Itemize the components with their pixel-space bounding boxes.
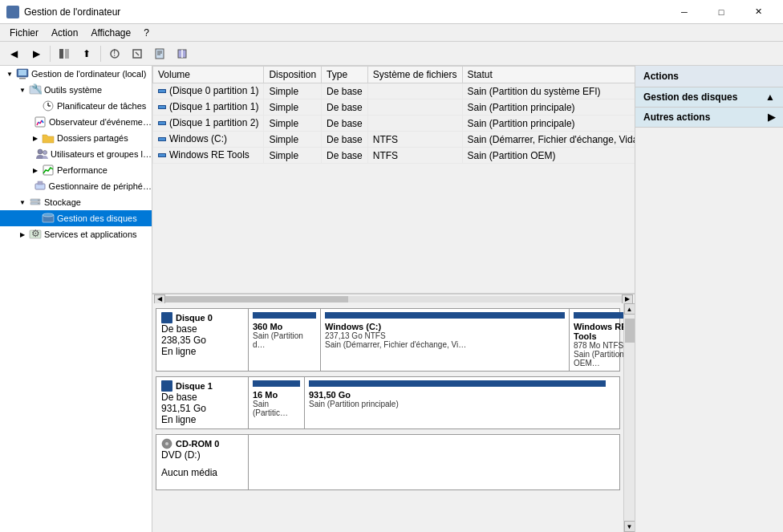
toolbar-btn-3[interactable]: !: [104, 44, 125, 63]
svg-rect-6: [156, 49, 164, 59]
close-button[interactable]: ✕: [740, 0, 777, 24]
partition-name: 16 Mo: [253, 390, 300, 400]
maximize-button[interactable]: □: [703, 0, 740, 24]
table-row[interactable]: Windows RE ToolsSimpleDe baseNTFSSain (P…: [153, 148, 635, 164]
menu-fichier[interactable]: Fichier: [3, 24, 45, 41]
stockage-arrow: ▼: [16, 199, 29, 206]
cell-volume: (Disque 1 partition 2): [153, 116, 264, 132]
table-row[interactable]: (Disque 0 partition 1)SimpleDe baseSain …: [153, 83, 635, 99]
menu-action[interactable]: Action: [45, 24, 84, 41]
tree-stockage[interactable]: ▼ Stockage: [0, 194, 152, 210]
disk1-partition-1[interactable]: 931,50 Go Sain (Partition principale): [305, 377, 610, 428]
dossiers-arrow: ▶: [29, 135, 42, 142]
action-autres-arrow: ▶: [768, 112, 775, 123]
disk1-icon: [161, 380, 172, 392]
tree-services[interactable]: ▶ ⚙ Services et applications: [0, 226, 152, 242]
col-statut[interactable]: Statut: [462, 67, 635, 83]
show-hide-button[interactable]: [54, 44, 75, 63]
forward-button[interactable]: ▶: [26, 44, 47, 63]
col-disposition[interactable]: Disposition: [264, 67, 322, 83]
action-autres-title[interactable]: Autres actions ▶: [635, 108, 783, 127]
partition-name: 360 Mo: [253, 322, 316, 331]
root-arrow: ▼: [3, 71, 16, 78]
tree-root[interactable]: ▼ Gestion de l'ordinateur (local): [0, 66, 152, 82]
up-button[interactable]: ⬆: [76, 44, 97, 63]
table-row[interactable]: (Disque 1 partition 2)SimpleDe baseSain …: [153, 116, 635, 132]
tree-obs[interactable]: Observateur d'événeme…: [0, 114, 152, 130]
disk0-type: De base: [161, 323, 243, 335]
svg-point-33: [38, 203, 39, 205]
table-row[interactable]: (Disque 1 partition 1)SimpleDe baseSain …: [153, 99, 635, 116]
disk1-size: 931,51 Go: [161, 403, 243, 414]
svg-text:🔧: 🔧: [31, 83, 42, 95]
minimize-button[interactable]: ─: [666, 0, 703, 24]
tree-planif[interactable]: Planificateur de tâches: [0, 98, 152, 114]
disk-row-disk1: Disque 1 De base 931,51 Go En ligne 16 M…: [156, 376, 620, 429]
tools-icon: 🔧: [29, 83, 42, 96]
scroll-track-v[interactable]: [624, 315, 635, 521]
disk1-partition-0[interactable]: 16 Mo Sain (Partitic…: [249, 377, 305, 428]
partition-status: Sain (Démarrer, Fichier d'échange, Vi…: [325, 340, 565, 349]
disk0-partition-1[interactable]: Windows (C:) 237,13 Go NTFS Sain (Démarr…: [321, 309, 570, 371]
tree-outils[interactable]: ▼ 🔧 Outils système: [0, 82, 152, 98]
dossiers-label: Dossiers partagés: [57, 133, 128, 143]
obs-icon: [34, 116, 47, 128]
table-row[interactable]: Windows (C:)SimpleDe baseNTFSSain (Démar…: [153, 132, 635, 148]
toolbar-btn-6[interactable]: [172, 44, 193, 63]
action-gestion-label: Gestion des disques: [643, 91, 737, 103]
menu-help[interactable]: ?: [137, 24, 156, 41]
svg-point-25: [38, 149, 43, 154]
scroll-right[interactable]: ▶: [622, 294, 633, 304]
partition-status: Sain (Partition OEM…: [574, 350, 623, 368]
svg-rect-45: [159, 138, 165, 140]
toolbar-btn-4[interactable]: [127, 44, 148, 63]
action-gestion-title[interactable]: Gestion des disques ▲: [635, 87, 783, 107]
disk-view[interactable]: Disque 0 De base 238,35 Go En ligne 360 …: [152, 303, 623, 532]
services-label: Services et applications: [44, 229, 137, 239]
partition-name: 931,50 Go: [309, 390, 606, 400]
tree-users[interactable]: Utilisateurs et groupes l…: [0, 146, 152, 162]
scroll-left[interactable]: ◀: [154, 294, 165, 304]
planif-icon: [42, 99, 55, 112]
scroll-up-btn[interactable]: ▲: [624, 303, 635, 315]
svg-rect-1: [65, 49, 69, 59]
tree-perf[interactable]: ▶ Performance: [0, 162, 152, 178]
action-gestion-arrow: ▲: [765, 91, 775, 103]
cdrom-media: Aucun média: [161, 467, 243, 478]
cdrom-name: CD-ROM 0: [161, 438, 243, 449]
disk0-partition-2[interactable]: Windows RE Tools 878 Mo NTFS Sain (Parti…: [570, 309, 623, 371]
back-button[interactable]: ◀: [3, 44, 24, 63]
table-area[interactable]: Volume Disposition Type Système de fichi…: [152, 66, 635, 294]
svg-rect-29: [38, 181, 43, 185]
toolbar-btn-5[interactable]: [149, 44, 170, 63]
scroll-thumb-v[interactable]: [625, 319, 635, 343]
perf-arrow: ▶: [29, 167, 42, 174]
partition-bar: [574, 312, 623, 319]
col-type[interactable]: Type: [322, 67, 368, 83]
toolbar: ◀ ▶ ⬆ !: [0, 42, 783, 66]
tree-gestperiphs[interactable]: Gestionnaire de périphé…: [0, 178, 152, 194]
svg-rect-0: [59, 49, 63, 59]
tree-gestion-disques[interactable]: Gestion des disques: [0, 210, 152, 226]
action-section-autres: Autres actions ▶: [635, 108, 783, 128]
title-bar: Gestion de l'ordinateur ─ □ ✕: [0, 0, 783, 24]
tree-dossiers[interactable]: ▶ Dossiers partagés: [0, 130, 152, 146]
menu-affichage[interactable]: Affichage: [84, 24, 137, 41]
col-volume[interactable]: Volume: [153, 67, 264, 83]
partition-status: Sain (Partitic…: [253, 400, 300, 417]
disk0-partition-0[interactable]: 360 Mo Sain (Partition d…: [249, 309, 321, 371]
scroll-track[interactable]: [165, 296, 622, 303]
h-scrollbar[interactable]: ◀ ▶: [152, 294, 635, 303]
svg-point-32: [38, 200, 39, 201]
svg-rect-43: [159, 122, 165, 124]
scroll-down-btn[interactable]: ▼: [624, 521, 635, 532]
tree-panel: ▼ Gestion de l'ordinateur (local) ▼ 🔧 Ou…: [0, 66, 152, 532]
col-fs[interactable]: Système de fichiers: [367, 67, 462, 83]
partition-bar: [325, 312, 565, 319]
gestion-label: Gestion des disques: [57, 213, 137, 223]
action-autres-label: Autres actions: [643, 112, 710, 123]
toolbar-sep-2: [100, 46, 101, 62]
toolbar-sep-1: [50, 46, 51, 62]
scroll-thumb[interactable]: [165, 296, 348, 303]
disk-vscrollbar[interactable]: ▲ ▼: [623, 303, 635, 532]
